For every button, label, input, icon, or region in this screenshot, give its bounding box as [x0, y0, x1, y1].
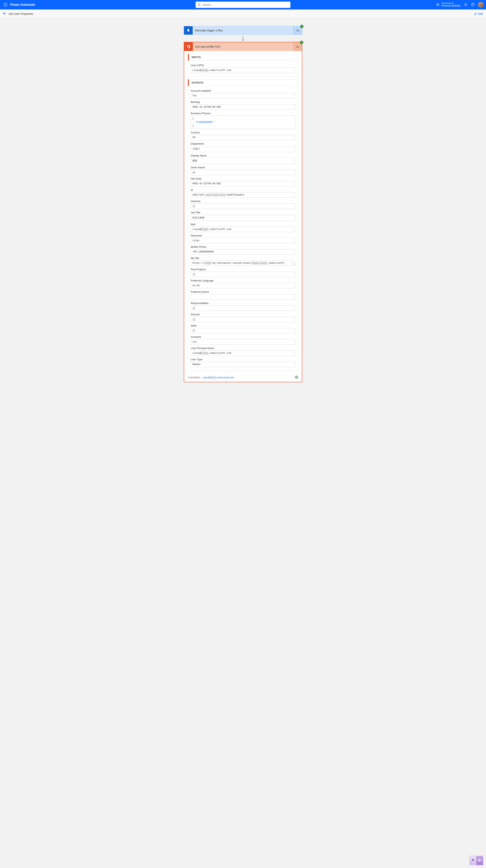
- svg-rect-0: [4, 3, 4, 4]
- field-value[interactable]: [191, 294, 295, 300]
- trigger-card[interactable]: Manually trigger a flow 0s: [184, 26, 302, 35]
- field-value[interactable]: Member: [191, 362, 295, 367]
- field-value[interactable]: Linyu: [191, 238, 295, 243]
- field-label: Interests: [191, 200, 295, 203]
- field-label: Responsibilities: [191, 302, 295, 305]
- settings-icon[interactable]: [464, 3, 467, 7]
- svg-rect-8: [6, 6, 7, 6]
- field-label: Past Projects: [191, 268, 295, 271]
- action-header[interactable]: Get user profile (V2) 1s: [184, 42, 302, 51]
- connection-status-icon: [295, 376, 298, 379]
- inputs-section: INPUTS User (UPN) Linyu@linyu.onmicrosof…: [188, 54, 298, 76]
- field-value[interactable]: Linyu@linyu.onmicrosoft.com: [191, 226, 295, 232]
- field-label: Preferred Name: [191, 290, 295, 293]
- svg-point-11: [465, 4, 466, 5]
- field-label: Country: [191, 131, 295, 134]
- flow-canvas: Manually trigger a flow 0s Get user prof…: [0, 18, 486, 394]
- field-value[interactable]: https://linyu-my.sharepoint.com/personal…: [191, 260, 295, 266]
- field-value[interactable]: Yes: [191, 93, 295, 99]
- connection-label: Connection:: [188, 376, 201, 379]
- flow-arrow-icon: [184, 35, 302, 42]
- svg-point-9: [198, 4, 200, 5]
- field-preferred-name: Preferred Name: [191, 290, 295, 300]
- field-country: Country CN: [191, 131, 295, 140]
- field-account-enabled: Account enabled? Yes: [191, 89, 295, 99]
- field-id: Id 630c7a25-xxxx-xxxx-xxxx-6a98763aa0c4: [191, 188, 295, 198]
- field-value[interactable]: []: [191, 317, 295, 322]
- field-user-type: User Type Member: [191, 358, 295, 367]
- field-interests: Interests []: [191, 200, 295, 209]
- svg-rect-2: [6, 3, 7, 4]
- help-icon[interactable]: [471, 3, 475, 7]
- environment-picker[interactable]: Environments Personal (default): [436, 2, 460, 7]
- field-value[interactable]: en-US: [191, 283, 295, 288]
- field-nickname: Nickname Linyu: [191, 234, 295, 243]
- field-label: Id: [191, 188, 295, 191]
- field-label: Mail: [191, 223, 295, 226]
- field-value[interactable]: IT部门: [191, 146, 295, 152]
- svg-point-13: [473, 5, 473, 5]
- field-value[interactable]: []: [191, 204, 295, 209]
- field-display-name: Display Name 霖雨: [191, 154, 295, 164]
- field-value[interactable]: CN: [191, 135, 295, 140]
- field-skills: Skills []: [191, 324, 295, 334]
- field-label: Preferred Language: [191, 279, 295, 282]
- svg-rect-5: [6, 4, 7, 5]
- action-card[interactable]: Get user profile (V2) 1s INPUTS User (UP…: [184, 42, 302, 382]
- connection-value[interactable]: Linyu@linyu.onmicrosoft.com: [202, 376, 234, 379]
- field-value[interactable]: Lin: [191, 339, 295, 345]
- field-value[interactable]: []: [191, 305, 295, 311]
- back-arrow-icon[interactable]: [3, 12, 6, 16]
- field-label: Job Title: [191, 211, 295, 214]
- field-given-name: Given Name yu: [191, 166, 295, 175]
- field-label: Skills: [191, 324, 295, 327]
- field-label: Business Phones: [191, 112, 295, 115]
- office365-icon: [184, 42, 193, 51]
- field-mail: Mail Linyu@linyu.onmicrosoft.com: [191, 223, 295, 232]
- edit-label: Edit: [478, 12, 483, 16]
- environment-icon: [436, 3, 440, 7]
- svg-rect-1: [5, 3, 6, 4]
- field-preferred-language: Preferred Language en-US: [191, 279, 295, 288]
- field-label: Display Name: [191, 154, 295, 157]
- field-value[interactable]: 630c7a25-xxxx-xxxx-xxxx-6a98763aa0c4: [191, 192, 295, 198]
- field-label: Schools: [191, 313, 295, 316]
- field-past-projects: Past Projects []: [191, 268, 295, 277]
- field-value[interactable]: 软件工程师: [191, 215, 295, 221]
- field-label: Hire Date: [191, 177, 295, 180]
- outputs-section: OUTPUTS Account enabled? Yes Birthday 00…: [188, 79, 298, 371]
- field-value[interactable]: []: [191, 328, 295, 334]
- field-label: User Principal Name: [191, 347, 295, 350]
- expand-icon[interactable]: [292, 262, 294, 265]
- field-department: Department IT部门: [191, 142, 295, 152]
- field-value[interactable]: 0001-01-01T08:00:00Z: [191, 181, 295, 186]
- svg-line-10: [200, 5, 200, 6]
- inputs-header: INPUTS: [188, 54, 298, 61]
- field-value[interactable]: Linyu@linyu.onmicrosoft.com: [191, 350, 295, 356]
- outputs-header: OUTPUTS: [188, 80, 298, 86]
- field-my-site: My Site https://linyu-my.sharepoint.com/…: [191, 257, 295, 266]
- page-title: Get User Properties: [9, 12, 33, 16]
- edit-button[interactable]: Edit: [474, 12, 483, 16]
- svg-rect-7: [5, 6, 6, 6]
- svg-rect-6: [4, 6, 4, 6]
- app-launcher-icon[interactable]: [2, 2, 9, 8]
- field-value[interactable]: [ "13800000000" ]: [191, 116, 295, 129]
- field-label: User Type: [191, 358, 295, 361]
- field-label: My Site: [191, 257, 295, 259]
- search-container: [196, 2, 290, 8]
- search-input[interactable]: [196, 2, 290, 8]
- field-value[interactable]: 0001-01-01T08:00:00Z: [191, 104, 295, 110]
- field-job-title: Job Title 软件工程师: [191, 211, 295, 221]
- user-avatar[interactable]: [478, 2, 484, 7]
- field-value[interactable]: yu: [191, 170, 295, 175]
- field-value[interactable]: []: [191, 272, 295, 277]
- field-value[interactable]: +86 13800000000: [191, 249, 295, 255]
- field-value[interactable]: Linyu@linyu.onmicrosoft.com: [191, 67, 295, 73]
- pencil-icon: [474, 12, 477, 15]
- top-bar: Power Automate Environments Personal (de…: [0, 0, 486, 9]
- field-label: Given Name: [191, 166, 295, 169]
- field-responsibilities: Responsibilities []: [191, 302, 295, 311]
- field-value[interactable]: 霖雨: [191, 158, 295, 164]
- field-business-phones: Business Phones [ "13800000000" ]: [191, 112, 295, 129]
